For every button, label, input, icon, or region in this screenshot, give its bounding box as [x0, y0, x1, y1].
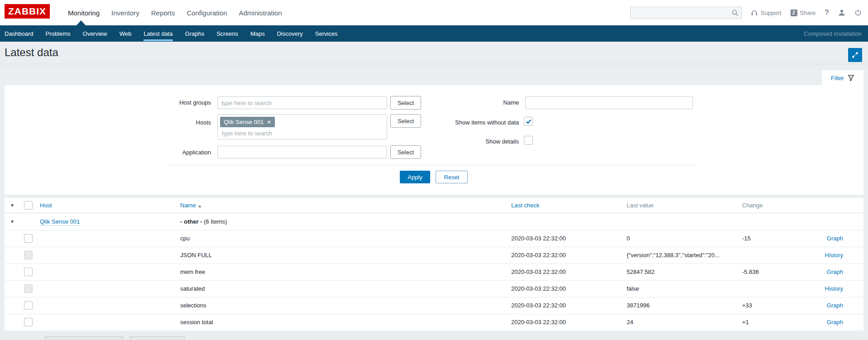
application-input[interactable]	[217, 146, 387, 158]
profile-button[interactable]	[838, 9, 845, 16]
name-filter-label: Name	[428, 99, 519, 106]
display-graph-button[interactable]	[129, 336, 185, 340]
graph-link[interactable]: Graph	[827, 235, 843, 242]
host-groups-input[interactable]	[217, 96, 387, 109]
latest-data-table: ▼ Host Name▲ Last check Last value Chang…	[5, 198, 863, 331]
row-checkbox[interactable]	[24, 234, 33, 243]
row-checkbox[interactable]	[24, 268, 33, 276]
hosts-multiselect[interactable]: Qlik Sense 001 ✕ type here to search	[217, 114, 387, 139]
item-change: -5.836	[738, 263, 810, 280]
show-details-label: Show details	[428, 138, 519, 145]
host-groups-select-button[interactable]: Select	[390, 96, 421, 110]
application-select-button[interactable]: Select	[390, 145, 421, 159]
subnav-overview[interactable]: Overview	[83, 25, 107, 42]
graph-link[interactable]: Graph	[827, 302, 843, 309]
header-change: Change	[738, 198, 810, 213]
item-name: JSON FULL	[176, 247, 507, 263]
item-last-check: 2020-03-03 22:32:00	[507, 297, 622, 314]
row-checkbox	[24, 284, 33, 293]
nav-administration[interactable]: Administration	[239, 9, 282, 17]
display-stacked-graph-button[interactable]	[44, 336, 124, 340]
item-change: +33	[738, 297, 810, 314]
fullscreen-icon	[851, 51, 859, 59]
item-change: -15	[738, 230, 810, 247]
filter-divider	[169, 165, 697, 165]
apply-button[interactable]: Apply	[400, 171, 430, 183]
nav-configuration[interactable]: Configuration	[187, 9, 227, 17]
show-items-label: Show items without data	[428, 119, 519, 126]
host-link[interactable]: Qlik Sense 001	[40, 218, 80, 226]
item-name: selections	[176, 297, 507, 314]
item-last-check: 2020-03-03 22:32:00	[507, 280, 622, 297]
subnav-maps[interactable]: Maps	[250, 25, 265, 42]
show-items-checkbox[interactable]	[524, 117, 533, 126]
page-header: Latest data	[0, 42, 868, 64]
item-last-check: 2020-03-03 22:32:00	[507, 247, 622, 263]
subnav-problems[interactable]: Problems	[46, 25, 71, 42]
share-label: Share	[800, 10, 816, 16]
show-details-checkbox[interactable]	[524, 136, 533, 145]
table-row: saturated 2020-03-03 22:32:00 false Hist…	[5, 280, 863, 297]
history-link[interactable]: History	[825, 252, 843, 259]
subnav-services[interactable]: Services	[315, 25, 338, 42]
share-link[interactable]: Z Share	[791, 10, 816, 16]
name-filter-input[interactable]	[525, 96, 693, 109]
support-link[interactable]: Support	[751, 10, 782, 16]
power-icon	[854, 9, 862, 16]
filter-tab[interactable]: Filter	[822, 70, 863, 86]
select-all-checkbox[interactable]	[24, 201, 33, 210]
table-row: session total 2020-03-03 22:32:00 24 +1 …	[5, 314, 863, 330]
subnav-screens[interactable]: Screens	[216, 25, 238, 42]
header-name[interactable]: Name	[180, 202, 196, 209]
item-change	[738, 247, 810, 263]
host-groups-label: Host groups	[120, 99, 211, 106]
item-last-value: 52847.582	[622, 263, 738, 280]
zabbix-logo[interactable]: ZABBIX	[5, 4, 50, 19]
active-nav-pointer	[77, 20, 86, 25]
nav-inventory[interactable]: Inventory	[111, 9, 139, 17]
headset-icon	[751, 10, 758, 16]
item-name: session total	[176, 314, 507, 330]
collapse-all-icon[interactable]: ▼	[5, 198, 20, 213]
top-bar: ZABBIX Monitoring Inventory Reports Conf…	[0, 0, 868, 25]
reset-button[interactable]: Reset	[436, 171, 468, 183]
table-row: cpu 2020-03-03 22:32:00 0 -15 Graph	[5, 230, 863, 247]
fullscreen-button[interactable]	[848, 48, 862, 62]
item-name: saturated	[176, 280, 507, 297]
subnav-graphs[interactable]: Graphs	[185, 25, 205, 42]
item-last-check: 2020-03-03 22:32:00	[507, 314, 622, 330]
graph-link[interactable]: Graph	[827, 319, 843, 326]
global-search[interactable]	[630, 7, 742, 19]
search-icon[interactable]	[732, 10, 739, 16]
item-last-value: 3871996	[622, 297, 738, 314]
row-checkbox[interactable]	[24, 318, 33, 326]
header-last-value: Last value	[622, 198, 738, 213]
application-label: Application	[120, 149, 211, 156]
hosts-placeholder: type here to search	[222, 130, 272, 137]
header-host[interactable]: Host	[40, 202, 52, 209]
subnav-latest-data[interactable]: Latest data	[144, 25, 173, 42]
subnav-dashboard[interactable]: Dashboard	[5, 25, 34, 42]
item-last-value: 24	[622, 314, 738, 330]
item-name: cpu	[176, 230, 507, 247]
subnav-discovery[interactable]: Discovery	[277, 25, 303, 42]
graph-link[interactable]: Graph	[827, 268, 843, 275]
item-last-check: 2020-03-03 22:32:00	[507, 263, 622, 280]
chip-remove-icon[interactable]: ✕	[267, 119, 271, 125]
topbar-actions: Support Z Share ?	[630, 0, 862, 25]
header-last-check[interactable]: Last check	[511, 202, 539, 209]
search-input[interactable]	[633, 7, 729, 19]
help-button[interactable]: ?	[825, 9, 829, 17]
nav-monitoring[interactable]: Monitoring	[68, 9, 100, 17]
collapse-group-icon[interactable]: ▼	[5, 213, 20, 230]
subnav-web[interactable]: Web	[120, 25, 132, 42]
row-checkbox[interactable]	[24, 301, 33, 310]
host-chip: Qlik Sense 001 ✕	[220, 117, 275, 127]
hosts-select-button[interactable]: Select	[390, 114, 421, 128]
filter-panel: Host groups Select Name Hosts Qlik Sense…	[5, 85, 863, 195]
history-link[interactable]: History	[825, 285, 843, 292]
hosts-label: Hosts	[120, 119, 211, 126]
nav-reports[interactable]: Reports	[151, 9, 175, 17]
item-last-check: 2020-03-03 22:32:00	[507, 230, 622, 247]
logout-button[interactable]	[854, 9, 862, 16]
